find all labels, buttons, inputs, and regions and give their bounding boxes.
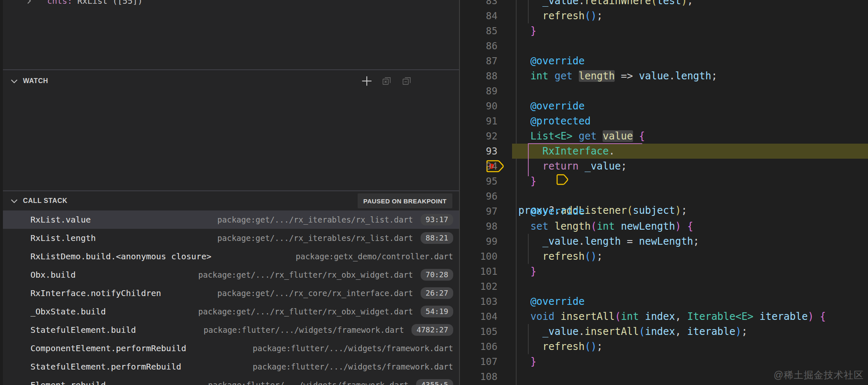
code-line[interactable]: 93 RxInterface. proxy?.addListener(subje… — [460, 144, 868, 159]
code-text: } — [512, 174, 868, 189]
code-line[interactable]: 99 _value.length = newLength; — [460, 234, 868, 249]
collapse-all-icon[interactable] — [401, 75, 413, 87]
code-token: insertAll — [560, 311, 615, 322]
code-line[interactable]: 100 refresh(); — [460, 249, 868, 264]
watch-header[interactable]: WATCH — [3, 70, 459, 92]
line-number[interactable]: 103 — [460, 294, 512, 309]
code-line[interactable]: 91 @protected — [460, 114, 868, 129]
code-line[interactable]: 107 } — [460, 354, 868, 369]
line-number[interactable]: 95 — [460, 174, 512, 189]
code-token: ) — [735, 326, 741, 337]
add-expression-icon[interactable] — [361, 75, 373, 87]
call-stack-frame[interactable]: _ObxState.buildpackage:get/.../rx_flutte… — [3, 302, 459, 321]
frame-line-column-badge: 93:17 — [421, 214, 453, 225]
variable-row-cnts[interactable]: cnts: RxList ([55]) — [3, 0, 459, 8]
line-number[interactable]: 93 — [460, 144, 512, 159]
code-line[interactable]: 102 — [460, 279, 868, 294]
chevron-right-icon[interactable] — [25, 0, 33, 5]
call-stack-frame[interactable]: RxList.valuepackage:get/.../rx_iterables… — [3, 210, 459, 229]
line-number[interactable]: 85 — [460, 23, 512, 38]
code-token: test — [657, 0, 681, 7]
chevron-down-icon[interactable] — [10, 76, 19, 86]
call-stack-frame[interactable]: RxList.lengthpackage:get/.../rx_iterable… — [3, 229, 459, 247]
code-token: _value — [542, 326, 579, 337]
code-line[interactable]: 105 _value.insertAll(index, iterable); — [460, 324, 868, 339]
code-token: ; — [597, 341, 603, 352]
line-number[interactable]: 89 — [460, 84, 512, 99]
line-number[interactable]: 104 — [460, 309, 512, 324]
line-number[interactable]: 98 — [460, 219, 512, 234]
line-number[interactable]: 100 — [460, 249, 512, 264]
call-stack-frame[interactable]: StatefulElement.buildpackage:flutter/...… — [3, 321, 459, 339]
code-line[interactable]: 95 } — [460, 174, 868, 189]
line-number[interactable]: 96 — [460, 189, 512, 204]
code-line[interactable]: 85 } — [460, 23, 868, 38]
code-line[interactable]: 86 — [460, 38, 868, 53]
line-number[interactable]: 99 — [460, 234, 512, 249]
code-token: _value — [542, 0, 579, 7]
line-number[interactable]: 84 — [460, 8, 512, 23]
code-line[interactable]: 92 List<E> get value { — [460, 129, 868, 144]
code-line[interactable]: 96 — [460, 189, 868, 204]
line-number[interactable]: 106 — [460, 339, 512, 354]
frame-source-path: package:flutter/.../widgets/framework.da… — [253, 362, 453, 371]
code-token: ; — [597, 251, 603, 262]
code-token: _value — [585, 160, 621, 172]
frame-name: Obx.build — [30, 270, 76, 280]
code-line[interactable]: 98 set length(int newLength) { — [460, 219, 868, 234]
call-stack-frame[interactable]: Element.rebuildpackage:flutter/.../widge… — [3, 376, 459, 385]
line-number[interactable]: 97 — [460, 204, 512, 219]
code-line[interactable]: 106 refresh(); — [460, 339, 868, 354]
line-number[interactable]: 92 — [460, 129, 512, 144]
remove-all-expressions-icon[interactable] — [381, 75, 393, 87]
code-line[interactable]: 88 int get length => value.length; — [460, 68, 868, 84]
code-token — [518, 311, 530, 322]
code-line[interactable]: 94 return _value; — [460, 159, 868, 174]
line-number[interactable]: 102 — [460, 279, 512, 294]
code-token: RxInterface — [542, 145, 609, 157]
frame-name: Element.rebuild — [30, 380, 106, 385]
code-line[interactable]: 83 _value.retainWhere(test); — [460, 0, 868, 8]
line-number[interactable]: 108 — [460, 369, 512, 384]
code-line[interactable]: 84 refresh(); — [460, 8, 868, 23]
call-stack-frame[interactable]: StatefulElement.performRebuildpackage:fl… — [3, 357, 459, 376]
code-token: . — [579, 236, 585, 247]
code-line[interactable]: 103 @override — [460, 294, 868, 309]
code-token: iterable — [760, 311, 808, 322]
call-stack-frame[interactable]: RxListDemo.build.<anonymous closure>pack… — [3, 247, 459, 266]
call-stack-header[interactable]: CALL STACK PAUSED ON BREAKPOINT — [3, 191, 459, 210]
line-number[interactable]: 91 — [460, 114, 512, 129]
code-token: . — [579, 0, 585, 7]
line-number[interactable]: 105 — [460, 324, 512, 339]
line-number[interactable]: 87 — [460, 53, 512, 68]
line-number[interactable]: 88 — [460, 68, 512, 84]
line-number[interactable]: 101 — [460, 264, 512, 279]
code-token — [518, 220, 530, 232]
code-token — [555, 311, 560, 322]
call-stack-frame[interactable]: RxInterface.notifyChildrenpackage:get/..… — [3, 284, 459, 302]
code-token — [518, 10, 542, 22]
breakpoint-paused-icon[interactable] — [463, 144, 482, 158]
watch-body — [3, 92, 459, 190]
line-number[interactable]: 90 — [460, 99, 512, 114]
code-line[interactable]: 87 @override — [460, 53, 868, 68]
line-number[interactable]: 83 — [460, 0, 512, 8]
line-number[interactable]: 94 — [460, 159, 512, 174]
code-editor[interactable]: 83 _value.retainWhere(test);84 refresh()… — [459, 0, 868, 385]
chevron-down-icon[interactable] — [10, 196, 19, 205]
code-token: ; — [711, 70, 717, 82]
call-stack-frame[interactable]: Obx.buildpackage:get/.../rx_flutter/rx_o… — [3, 266, 459, 284]
line-number[interactable]: 86 — [460, 38, 512, 53]
code-token: refresh — [542, 251, 585, 262]
code-line[interactable]: 101 } — [460, 264, 868, 279]
call-stack-frame[interactable]: ComponentElement.performRebuildpackage:f… — [3, 339, 459, 357]
line-number[interactable]: 107 — [460, 354, 512, 369]
code-line[interactable]: 97 @override — [460, 204, 868, 219]
code-token — [548, 70, 554, 82]
code-text: refresh(); — [512, 249, 868, 264]
code-token — [814, 311, 820, 322]
code-line[interactable]: 104 void insertAll(int index, Iterable<E… — [460, 309, 868, 324]
code-line[interactable]: 90 @override — [460, 99, 868, 114]
code-token: } — [530, 266, 536, 277]
code-line[interactable]: 89 — [460, 84, 868, 99]
